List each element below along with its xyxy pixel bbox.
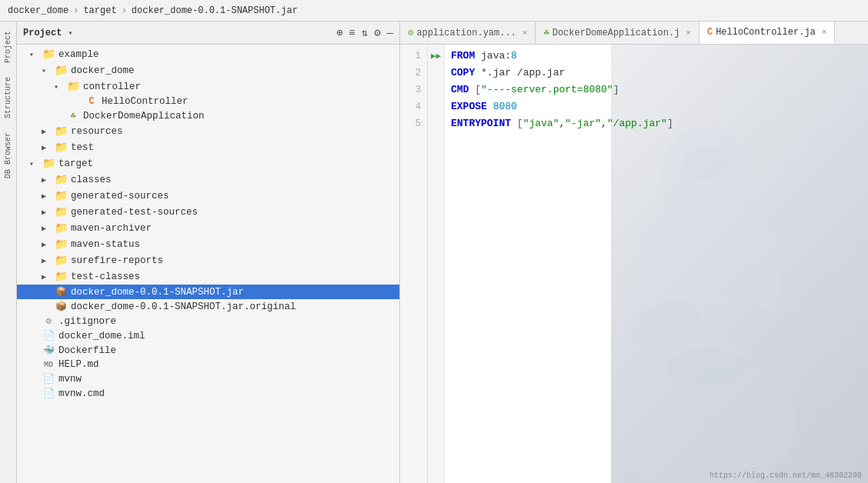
- label-generated-test-sources: generated-test-sources: [71, 207, 198, 218]
- label-target: target: [58, 158, 93, 169]
- label-docker_dome: docker_dome: [71, 65, 135, 76]
- left-tab-structure[interactable]: Structure: [2, 71, 14, 125]
- token-cmd-str: "----server.port=8080": [481, 84, 613, 95]
- tree-item-maven-archiver[interactable]: ▶ 📁 maven-archiver: [17, 220, 399, 236]
- arrow-test: ▶: [42, 143, 54, 152]
- sidebar-dropdown-arrow[interactable]: ▾: [68, 28, 72, 38]
- line-num-5: 5: [400, 115, 427, 132]
- file-icon-mvnw-cmd: 📄: [42, 388, 55, 399]
- folder-icon-surefire-reports: 📁: [54, 254, 68, 267]
- tree-item-target[interactable]: ▾ 📁 target: [17, 155, 399, 172]
- tab-close-yaml[interactable]: ×: [522, 28, 528, 38]
- git-icon: ⚙: [42, 315, 55, 327]
- hello-tab-icon: C: [707, 27, 713, 38]
- tab-label-dockerdome: DockerDomeApplication.j: [553, 28, 680, 38]
- arrow-target: ▾: [29, 159, 42, 168]
- label-maven-status: maven-status: [71, 239, 140, 250]
- tree-item-iml[interactable]: 📄 docker_dome.iml: [17, 328, 399, 343]
- token-bracket-open-5: [: [517, 118, 523, 129]
- folder-icon-generated-test-sources: 📁: [54, 205, 68, 218]
- toolbar-icon-add[interactable]: ⊕: [336, 26, 342, 39]
- editor-gutter: ▶▶: [428, 45, 445, 483]
- watermark: https://blog.csdn.net/mo_46302290: [709, 471, 862, 480]
- label-test: test: [71, 142, 94, 153]
- arrow-resources: ▶: [42, 127, 54, 136]
- label-controller: controller: [83, 82, 141, 92]
- tree-item-surefire-reports[interactable]: ▶ 📁 surefire-reports: [17, 252, 399, 268]
- tree-item-docker_dome[interactable]: ▾ 📁 docker_dome: [17, 62, 399, 78]
- tree-item-classes[interactable]: ▶ 📁 classes: [17, 172, 399, 188]
- code-line-5: ENTRYPOINT ["java","-jar","/app.jar"]: [451, 115, 862, 132]
- left-tab-db-browser[interactable]: DB Browser: [2, 126, 14, 185]
- tab-hello-controller[interactable]: C HelloController.ja ×: [699, 22, 835, 44]
- md-icon: MD: [42, 361, 55, 369]
- token-bracket-close-3: ]: [613, 84, 619, 95]
- tree-item-controller[interactable]: ▾ 📁 controller: [17, 78, 399, 95]
- arrow-classes: ▶: [42, 175, 54, 185]
- folder-icon-controller: 📁: [66, 80, 80, 93]
- tree-item-example[interactable]: ▾ 📁 example: [17, 46, 399, 62]
- tree-item-hello-controller[interactable]: C HelloController: [17, 95, 399, 108]
- folder-icon-test-classes: 📁: [54, 270, 68, 283]
- tree-item-dockerfile[interactable]: 🐳 Dockerfile: [17, 343, 399, 358]
- left-tab-project[interactable]: Project: [2, 25, 14, 69]
- arrow-controller: ▾: [54, 82, 66, 92]
- label-surefire-reports: surefire-reports: [71, 255, 163, 266]
- label-gitignore: .gitignore: [58, 316, 116, 327]
- token-appjar-str: "/app.jar": [607, 118, 667, 129]
- token-expose: EXPOSE: [451, 101, 487, 112]
- gutter-item-1: ▶▶: [431, 48, 441, 65]
- tab-close-hello[interactable]: ×: [822, 28, 827, 37]
- arrow-surefire-reports: ▶: [42, 256, 54, 265]
- code-line-2: COPY *.jar /app.jar: [451, 65, 862, 82]
- jar-orig-icon: 📦: [54, 301, 68, 312]
- arrow-maven-archiver: ▶: [42, 224, 54, 233]
- tree-item-gitignore[interactable]: ⚙ .gitignore: [17, 314, 399, 328]
- arrow-maven-status: ▶: [42, 240, 54, 249]
- tree-item-jar-original[interactable]: 📦 docker_dome-0.0.1-SNAPSHOT.jar.origina…: [17, 299, 399, 314]
- tree-item-test[interactable]: ▶ 📁 test: [17, 139, 399, 155]
- toolbar-icon-menu[interactable]: ≡: [349, 27, 355, 39]
- arrow-example: ▾: [29, 50, 42, 59]
- tree-item-generated-sources[interactable]: ▶ 📁 generated-sources: [17, 188, 399, 204]
- token-bracket-open-3: [: [475, 84, 481, 95]
- label-example: example: [58, 49, 99, 60]
- label-jar: docker_dome-0.0.1-SNAPSHOT.jar: [71, 287, 244, 298]
- tree-item-dockerdome-app[interactable]: ☘ DockerDomeApplication: [17, 108, 399, 123]
- tree-item-mvnw[interactable]: 📄 mvnw: [17, 371, 399, 386]
- label-jar-original: docker_dome-0.0.1-SNAPSHOT.jar.original: [71, 301, 296, 312]
- tree-item-mvnw-cmd[interactable]: 📄 mvnw.cmd: [17, 386, 399, 401]
- code-content[interactable]: FROM java:8 COPY *.jar /app.jar CMD ["--…: [445, 45, 868, 483]
- spring-icon-dockerdome-app: ☘: [66, 110, 80, 122]
- line-numbers: 1 2 3 4 5: [400, 45, 428, 483]
- token-copy-arg: *.jar /app.jar: [481, 67, 565, 78]
- folder-icon-docker_dome: 📁: [54, 64, 68, 77]
- folder-icon-test: 📁: [54, 141, 68, 154]
- code-line-1: FROM java:8: [451, 48, 862, 65]
- toolbar-icons: ⊕ ≡ ⇅ ⚙ —: [336, 26, 393, 39]
- tab-close-dockerdome[interactable]: ×: [686, 28, 691, 38]
- label-hello-controller: HelloController: [102, 96, 189, 107]
- label-dockerfile: Dockerfile: [58, 345, 116, 356]
- tab-application-yaml[interactable]: ⚙ application.yam... ×: [400, 22, 536, 44]
- left-tabs: Project Structure DB Browser: [0, 22, 17, 483]
- title-project: docker_dome: [8, 5, 68, 16]
- label-dockerdome-app: DockerDomeApplication: [83, 111, 205, 122]
- line-num-2: 2: [400, 65, 427, 82]
- tree-item-maven-status[interactable]: ▶ 📁 maven-status: [17, 236, 399, 252]
- sidebar-title: Project: [23, 28, 62, 38]
- toolbar-icon-sort[interactable]: ⇅: [362, 26, 368, 39]
- token-java: java:: [481, 50, 511, 62]
- docker-icon: 🐳: [42, 345, 55, 356]
- tree-item-generated-test-sources[interactable]: ▶ 📁 generated-test-sources: [17, 204, 399, 220]
- line-num-3: 3: [400, 82, 427, 98]
- tab-dockerdome-app[interactable]: ☘ DockerDomeApplication.j ×: [536, 22, 699, 44]
- toolbar-icon-collapse[interactable]: —: [387, 27, 393, 39]
- tree-item-test-classes[interactable]: ▶ 📁 test-classes: [17, 268, 399, 285]
- tree-item-help-md[interactable]: MD HELP.md: [17, 358, 399, 371]
- token-comma-2: ,: [601, 118, 607, 129]
- tree-item-jar-selected[interactable]: 📦 docker_dome-0.0.1-SNAPSHOT.jar: [17, 285, 399, 299]
- toolbar-icon-settings[interactable]: ⚙: [374, 26, 380, 39]
- tree-item-resources[interactable]: ▶ 📁 resources: [17, 123, 399, 139]
- token-cmd: CMD: [451, 84, 469, 95]
